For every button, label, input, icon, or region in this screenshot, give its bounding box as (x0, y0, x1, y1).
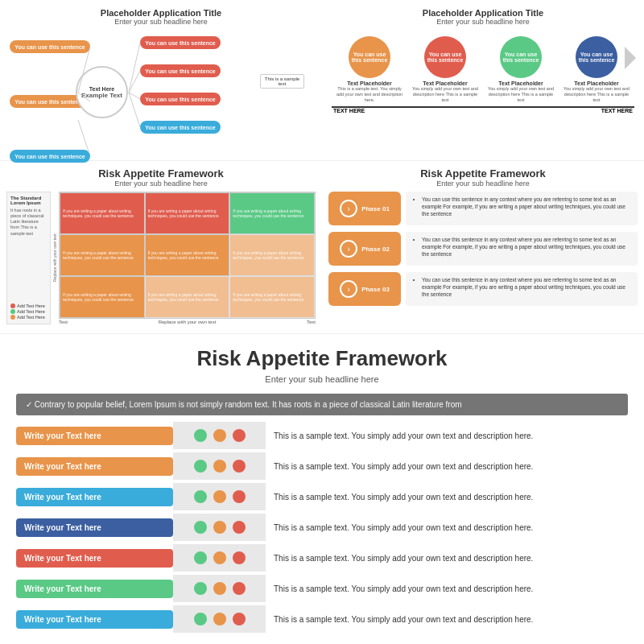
flow-pill-r1: You can use this sentence (140, 36, 221, 49)
circle-item-1: You can use this sentence Text Placehold… (336, 36, 403, 103)
cell-2-0: If you are writing a paper about writing… (60, 276, 145, 318)
dot-2-0 (194, 490, 207, 503)
flow-title: Placeholder Application Title (10, 8, 312, 18)
row-label-4: Write your Text here (16, 549, 173, 568)
legend-dot-3 (10, 315, 15, 320)
circle-1: You can use this sentence (349, 36, 390, 78)
row-dots-5 (173, 575, 266, 602)
x-label-left: Text (59, 320, 68, 324)
row-desc-3: This is a sample text. You simply add yo… (266, 519, 628, 536)
dot-5-1 (213, 582, 226, 595)
circles-diagram: You can use this sentence Text Placehold… (332, 32, 634, 103)
text-here-right: TEXT HERE (601, 108, 633, 114)
phase-name-1: Phase 01 (361, 205, 390, 213)
cell-0-1: If you are writing a paper about writing… (145, 192, 230, 234)
phase-desc-1: You can use this sentence in any context… (406, 192, 638, 225)
dot-1-0 (194, 460, 207, 473)
circle-item-2: You can use this sentence Text Placehold… (412, 36, 479, 103)
dot-4-0 (194, 551, 207, 564)
table-row: Write your Text hereThis is a sample tex… (16, 575, 628, 602)
risk-matrix-title: Risk Appetite Framework (6, 167, 316, 180)
dot-3-0 (194, 521, 207, 534)
phases-container: › Phase 01 You can use this sentence in … (328, 192, 638, 306)
row-desc-6: This is a sample text. You simply add yo… (266, 611, 628, 628)
text-here-left: TEXT HERE (333, 108, 365, 114)
cell-0-0: If you are writing a paper about writing… (60, 192, 145, 234)
circle-desc-2: You simply add your own text and descrip… (412, 86, 479, 103)
legend-3: Add Text Here (10, 315, 47, 320)
phase-name-2: Phase 02 (361, 246, 390, 253)
risk-phases-subtitle: Enter your sub headline here (328, 180, 638, 188)
row-label-1: Write your Text here (16, 457, 173, 476)
cell-2-1: If you are writing a paper about writing… (145, 276, 230, 318)
table-row: Write your Text hereThis is a sample tex… (16, 483, 628, 510)
circle-item-4: You can use this sentence Text Placehold… (564, 36, 630, 103)
dot-4-2 (233, 551, 246, 564)
dot-0-1 (213, 429, 226, 442)
row-label-2: Write your Text here (16, 488, 173, 506)
circle-desc-1: This is a sample text. You simply add yo… (336, 86, 403, 103)
row-dots-4 (173, 544, 266, 572)
flow-pill-1: You can use this sentence (10, 40, 90, 53)
row-dots-6 (173, 605, 266, 633)
matrix-container: The Standard Lorem Ipsum It has roots in… (6, 192, 316, 324)
svg-line-5 (129, 93, 140, 99)
circle-label-4: Text Placeholder (574, 80, 619, 86)
dot-6-0 (194, 613, 207, 625)
circle-label-2: Text Placeholder (423, 80, 468, 86)
circle-desc-4: You simply add your own text and descrip… (564, 86, 630, 103)
circle-3: You can use this sentence (500, 36, 542, 78)
dot-4-1 (213, 551, 226, 564)
row-dots-1 (173, 452, 266, 480)
row-label-3: Write your Text here (16, 518, 173, 537)
cell-2-2: If you are writing a paper about writing… (229, 276, 315, 318)
cell-1-1: If you are writing a paper about writing… (145, 234, 230, 276)
dot-0-0 (194, 429, 207, 442)
sidebar-title: The Standard Lorem Ipsum (10, 196, 47, 205)
phase-desc-2: You can use this sentence in any context… (406, 232, 638, 266)
flow-pill-r2: You can use this sentence (140, 64, 221, 77)
circles-section: Placeholder Application Title Enter your… (322, 0, 644, 160)
bottom-subtitle: Enter your sub headline here (16, 374, 628, 384)
row-desc-4: This is a sample text. You simply add yo… (266, 550, 628, 567)
phase-chevron-1: › (340, 200, 357, 217)
circle-4: You can use this sentence (576, 36, 617, 78)
dot-6-1 (213, 613, 226, 625)
table-row: Write your Text hereThis is a sample tex… (16, 422, 628, 449)
circle-desc-3: You simply add your own text and descrip… (488, 86, 555, 103)
svg-line-3 (129, 43, 140, 93)
dot-1-1 (213, 460, 226, 473)
row-label-6: Write your Text here (16, 610, 173, 629)
matrix-sidebar: The Standard Lorem Ipsum It has roots in… (6, 192, 51, 324)
phase-chevron-3: › (340, 280, 357, 298)
phase-badge-1: › Phase 01 (328, 192, 401, 225)
flow-center-circle: Text Here Example Text (76, 66, 128, 118)
phase-row-1: › Phase 01 You can use this sentence in … (328, 192, 638, 225)
legend-1: Add Text Here (10, 303, 47, 308)
top-row: Placeholder Application Title Enter your… (0, 0, 644, 161)
risk-matrix-section: Risk Appetite Framework Enter your sub h… (0, 161, 322, 333)
legend-dot-2 (10, 309, 15, 314)
cell-1-0: If you are writing a paper about writing… (60, 234, 145, 276)
x-label-mid: Replace with your own text (159, 320, 217, 324)
dot-5-0 (194, 582, 207, 595)
dot-3-2 (233, 521, 246, 534)
row-dots-3 (173, 514, 266, 541)
risk-matrix-subtitle: Enter your sub headline here (6, 180, 316, 188)
row-label-0: Write your Text here (16, 427, 173, 445)
row-label-5: Write your Text here (16, 580, 173, 598)
x-axis-row: Text Replace with your own text Text (59, 320, 316, 324)
dot-2-2 (233, 490, 246, 503)
risk-phases-section: Risk Appetite Framework Enter your sub h… (322, 161, 644, 333)
table-row: Write your Text hereThis is a sample tex… (16, 605, 628, 633)
circle-2: You can use this sentence (424, 36, 466, 78)
row-desc-1: This is a sample text. You simply add yo… (266, 458, 628, 475)
cell-0-2: If you are writing a paper about writing… (229, 192, 315, 234)
y-axis-label: Replace with your own text (51, 192, 59, 324)
x-label-right: Text (307, 320, 316, 324)
table-row: Write your Text hereThis is a sample tex… (16, 452, 628, 480)
legend-2: Add Text Here (10, 309, 47, 314)
bottom-title: Risk Appetite Framework (16, 346, 628, 371)
dot-1-2 (233, 460, 246, 473)
phase-desc-3: You can use this sentence in any context… (406, 272, 638, 306)
